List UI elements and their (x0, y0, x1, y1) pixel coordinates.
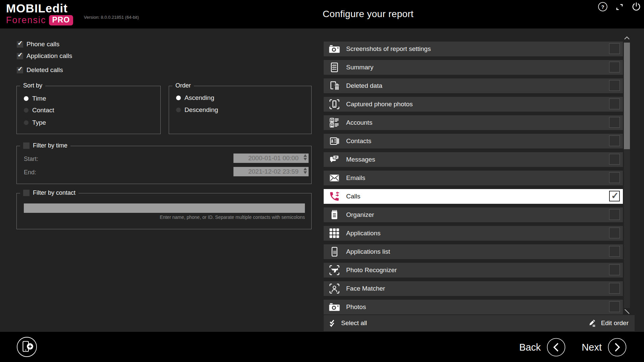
report-section-row[interactable]: Face Matcher (324, 281, 623, 296)
captured-phone-icon (329, 99, 340, 110)
edit-order-button[interactable]: Edit order (588, 319, 629, 328)
logo-pro-badge: PRO (49, 15, 73, 25)
report-section-checkbox[interactable] (609, 80, 620, 91)
report-section-checkbox[interactable] (609, 283, 620, 294)
end-datetime-input[interactable]: 2021-12-02 23:59 (233, 167, 309, 176)
scrollbar-track[interactable] (624, 43, 630, 308)
start-spin-up-icon[interactable] (304, 154, 307, 157)
report-section-row[interactable]: Summary (324, 60, 623, 75)
report-section-row[interactable]: Applications list (324, 244, 623, 259)
summary-icon (329, 62, 340, 73)
order-group: Order Ascending Descending (169, 86, 312, 134)
report-section-checkbox[interactable] (609, 154, 620, 165)
camera-icon (329, 43, 340, 55)
report-section-checkbox[interactable] (609, 191, 620, 201)
report-section-checkbox[interactable] (609, 301, 620, 312)
snap-layout-icon[interactable] (615, 3, 624, 11)
scrollbar-thumb[interactable] (624, 43, 630, 149)
face-matcher-icon (329, 283, 340, 294)
report-section-row[interactable]: Organizer (324, 207, 623, 222)
report-section-row[interactable]: Photo Recognizer (324, 263, 623, 278)
end-spin-down-icon[interactable] (304, 171, 307, 174)
next-button[interactable] (608, 338, 627, 357)
order-ascending-radio[interactable] (176, 96, 181, 100)
back-button[interactable] (547, 338, 566, 357)
power-icon[interactable] (631, 2, 641, 12)
report-section-row[interactable]: Accounts (324, 115, 623, 130)
report-section-checkbox[interactable] (609, 99, 620, 109)
start-spin-down-icon[interactable] (304, 158, 307, 161)
order-descending-option[interactable]: Descending (176, 106, 218, 114)
app-logo: MOBILedit Forensic PRO (6, 2, 73, 25)
sort-type-label: Type (32, 119, 46, 126)
sort-type-option[interactable]: Type (24, 119, 46, 126)
sort-contact-radio[interactable] (24, 108, 29, 113)
select-all-label: Select all (341, 319, 367, 327)
start-datetime-input[interactable]: 2000-01-01 00:00 (233, 154, 309, 163)
contact-filter-input[interactable] (24, 203, 305, 213)
filter-by-contact-label: Filter by contact (33, 189, 75, 196)
help-icon[interactable] (598, 2, 608, 12)
report-section-label: Accounts (346, 119, 372, 126)
report-section-row[interactable]: Captured phone photos (324, 97, 623, 112)
back-button-label[interactable]: Back (519, 342, 541, 353)
sort-time-radio[interactable] (24, 96, 29, 101)
report-section-row[interactable]: Emails (324, 171, 623, 185)
sort-contact-option[interactable]: Contact (24, 107, 54, 114)
phone-calls-checkbox[interactable] (17, 41, 23, 48)
scroll-down-icon[interactable] (624, 309, 630, 314)
footer-bar: Back Next (0, 332, 644, 362)
sort-time-option[interactable]: Time (24, 95, 46, 102)
add-phone-button[interactable] (16, 337, 37, 357)
report-section-checkbox[interactable] (609, 246, 620, 257)
report-section-checkbox[interactable] (609, 117, 620, 128)
next-button-label[interactable]: Next (582, 342, 602, 353)
report-section-row[interactable]: Screenshots of report settings (324, 42, 623, 56)
mobiledit-window: MOBILedit Forensic PRO Version: 8.0.0.21… (0, 0, 644, 362)
report-section-checkbox[interactable] (609, 172, 620, 183)
report-section-checkbox[interactable] (609, 135, 620, 146)
report-section-row[interactable]: Contacts (324, 134, 623, 148)
deleted-calls-checkbox[interactable] (17, 67, 23, 73)
report-section-label: Messages (346, 156, 375, 163)
order-descending-label: Descending (184, 106, 218, 114)
contact-filter-hint: Enter name, phone, or ID. Separate multi… (160, 215, 305, 220)
filter-by-time-label: Filter by time (33, 142, 67, 149)
deleted-calls-option[interactable]: Deleted calls (17, 66, 63, 74)
phone-calls-option[interactable]: Phone calls (17, 40, 59, 48)
contacts-icon (329, 135, 340, 147)
report-section-row[interactable]: Applications (324, 226, 623, 241)
app-header: MOBILedit Forensic PRO Version: 8.0.0.21… (0, 0, 644, 28)
report-section-row[interactable]: Messages (324, 152, 623, 167)
accounts-icon (329, 117, 340, 128)
start-datetime-value: 2000-01-01 00:00 (248, 155, 299, 162)
sort-by-group: Sort by Time Contact Type (16, 86, 161, 134)
report-section-row[interactable]: Calls (324, 189, 623, 204)
filter-by-contact-checkbox[interactable] (23, 190, 30, 196)
report-section-row[interactable]: Deleted data (324, 78, 623, 93)
order-ascending-option[interactable]: Ascending (176, 94, 214, 102)
scroll-up-icon[interactable] (624, 36, 630, 40)
report-section-label: Applications list (346, 248, 390, 255)
end-spin-up-icon[interactable] (304, 168, 307, 170)
report-section-checkbox[interactable] (609, 43, 620, 54)
report-sections-list: Screenshots of report settings Summary D… (324, 42, 623, 314)
phone-calls-label: Phone calls (26, 41, 59, 48)
report-section-checkbox[interactable] (609, 228, 620, 238)
logo-forensic: Forensic (6, 15, 46, 25)
application-calls-checkbox[interactable] (17, 53, 23, 59)
sort-type-radio[interactable] (24, 120, 29, 125)
order-descending-radio[interactable] (176, 108, 181, 112)
report-section-checkbox[interactable] (609, 209, 620, 220)
application-calls-option[interactable]: Application calls (17, 52, 72, 60)
report-section-label: Photo Recognizer (346, 266, 397, 274)
report-section-row[interactable]: Photos (324, 300, 623, 314)
report-section-label: Captured phone photos (346, 101, 413, 108)
report-section-label: Summary (346, 64, 373, 71)
messages-icon (329, 154, 340, 165)
select-all-button[interactable]: Select all (328, 319, 367, 328)
filter-by-time-checkbox[interactable] (23, 142, 30, 149)
report-section-label: Applications (346, 230, 380, 237)
report-section-checkbox[interactable] (609, 264, 620, 275)
report-section-checkbox[interactable] (609, 62, 620, 72)
